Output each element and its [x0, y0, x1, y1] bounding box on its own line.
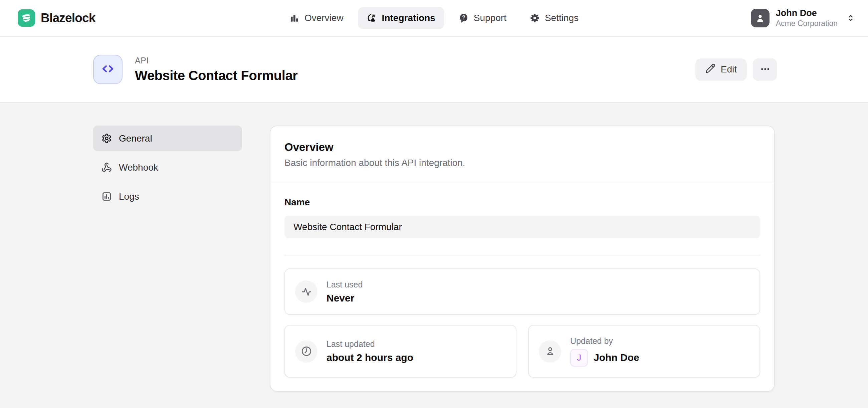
topbar: Blazelock Overview — [0, 0, 868, 37]
page-header-text: API Website Contact Formular — [135, 56, 298, 83]
overview-card-body: Name Last used Never — [271, 182, 774, 391]
ellipsis-icon — [760, 63, 771, 76]
last-updated-card: Last updated about 2 hours ago — [284, 325, 517, 378]
stat-row: Last updated about 2 hours ago Up — [284, 325, 760, 378]
nav-item-label: Integrations — [382, 13, 435, 23]
section-divider — [284, 255, 760, 255]
user-avatar — [751, 9, 770, 27]
updated-by-label: Updated by — [570, 336, 639, 346]
bar-chart-icon — [289, 13, 300, 23]
user-name: John Doe — [776, 8, 838, 19]
chevrons-up-down-icon — [846, 13, 855, 23]
activity-icon — [295, 280, 317, 303]
last-used-card: Last used Never — [284, 269, 760, 315]
nav-item-integrations[interactable]: Integrations — [358, 7, 444, 29]
brand-logo-icon — [18, 9, 35, 27]
last-used-label: Last used — [327, 280, 363, 289]
gear-outline-icon — [101, 133, 112, 144]
nav-item-support[interactable]: ? Support — [450, 7, 516, 29]
overview-card: Overview Basic information about this AP… — [270, 126, 775, 391]
brand-name: Blazelock — [41, 11, 95, 25]
brand[interactable]: Blazelock — [18, 9, 95, 27]
edit-button-label: Edit — [721, 64, 737, 75]
person-icon — [539, 340, 561, 363]
last-used-value: Never — [327, 292, 363, 304]
svg-text:?: ? — [462, 15, 465, 20]
page-header-left: API Website Contact Formular — [93, 55, 298, 84]
page-title: Website Contact Formular — [135, 68, 298, 83]
page-body: General Webhook — [0, 103, 868, 408]
code-icon — [100, 61, 115, 77]
more-actions-button[interactable] — [753, 58, 777, 81]
nav-item-label: Overview — [305, 13, 344, 23]
nav-item-label: Support — [474, 13, 506, 23]
name-field-label: Name — [284, 197, 760, 208]
question-bubble-icon: ? — [459, 13, 469, 23]
logs-chart-icon — [101, 191, 112, 202]
user-meta: John Doe Acme Corporation — [776, 8, 838, 28]
card-subtitle: Basic information about this API integra… — [284, 158, 760, 168]
updated-by-value: John Doe — [594, 352, 639, 363]
user-menu[interactable]: John Doe Acme Corporation — [751, 8, 855, 28]
nav-item-settings[interactable]: Settings — [521, 7, 588, 29]
updated-by-card: Updated by J John Doe — [528, 325, 760, 378]
nav-item-overview[interactable]: Overview — [280, 7, 352, 29]
page-header: API Website Contact Formular Edit — [0, 37, 868, 103]
sidebar-item-label: General — [119, 133, 152, 144]
page-header-actions: Edit — [695, 58, 777, 81]
pencil-icon — [705, 63, 715, 76]
updated-by-avatar: J — [570, 349, 588, 367]
sidebar-item-label: Webhook — [119, 162, 158, 173]
sidebar-item-general[interactable]: General — [93, 126, 242, 151]
integrations-icon — [367, 13, 377, 23]
settings-sidebar: General Webhook — [93, 126, 242, 209]
nav-item-label: Settings — [545, 13, 579, 23]
last-updated-label: Last updated — [327, 339, 413, 349]
sidebar-item-webhook[interactable]: Webhook — [93, 155, 242, 180]
sidebar-item-label: Logs — [119, 191, 139, 202]
name-input[interactable] — [284, 216, 760, 238]
api-badge — [93, 55, 123, 84]
user-org: Acme Corporation — [776, 19, 838, 28]
edit-button[interactable]: Edit — [695, 58, 747, 81]
last-updated-value: about 2 hours ago — [327, 352, 413, 363]
webhook-icon — [101, 162, 112, 172]
top-nav: Overview Integrations — [280, 0, 588, 36]
app-root: Blazelock Overview — [0, 0, 868, 408]
card-title: Overview — [284, 141, 760, 154]
overview-card-header: Overview Basic information about this AP… — [271, 126, 774, 182]
resource-type-label: API — [135, 56, 298, 65]
sidebar-item-logs[interactable]: Logs — [93, 184, 242, 209]
gear-icon — [530, 13, 540, 23]
clock-icon — [295, 340, 317, 363]
